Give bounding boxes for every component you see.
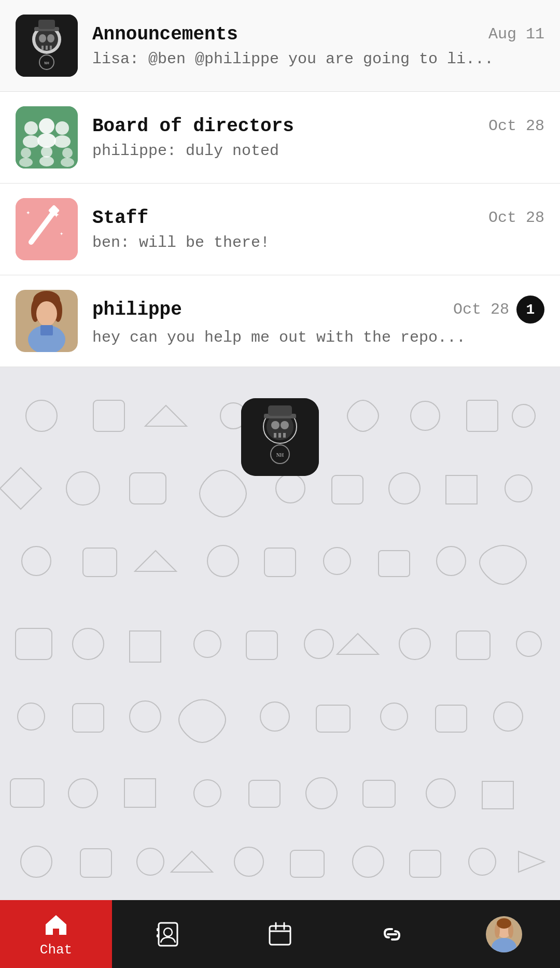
svg-point-78 xyxy=(194,780,221,807)
chat-item-announcements[interactable]: NH Announcements Aug 11 lisa: @ben @phil… xyxy=(0,0,560,92)
svg-point-19 xyxy=(54,135,71,148)
nav-item-contacts[interactable] xyxy=(112,900,224,968)
svg-point-4 xyxy=(47,34,54,43)
svg-point-14 xyxy=(24,121,38,135)
svg-point-18 xyxy=(55,121,69,135)
svg-rect-10 xyxy=(38,20,55,29)
svg-rect-101 xyxy=(268,405,292,416)
svg-point-47 xyxy=(66,472,100,505)
nav-item-profile[interactable] xyxy=(448,900,560,968)
nav-item-chat[interactable]: Chat xyxy=(0,900,112,968)
chat-name-staff: Staff xyxy=(92,207,148,229)
chat-preview-philippe: hey can you help me out with the repo... xyxy=(92,329,544,346)
bottom-nav: Chat xyxy=(0,900,560,968)
chat-info-philippe: philippe Oct 28 1 hey can you help me ou… xyxy=(92,296,544,346)
svg-rect-8 xyxy=(50,46,52,50)
svg-point-40 xyxy=(26,400,57,431)
svg-rect-48 xyxy=(130,473,166,504)
home-icon xyxy=(43,911,69,938)
svg-rect-56 xyxy=(264,548,296,577)
svg-rect-41 xyxy=(93,400,124,431)
chat-name-philippe: philippe xyxy=(92,299,182,320)
svg-rect-39 xyxy=(40,325,53,335)
svg-text:NH: NH xyxy=(276,452,284,458)
svg-point-85 xyxy=(137,848,164,875)
svg-rect-63 xyxy=(246,631,277,660)
svg-point-83 xyxy=(21,846,52,877)
svg-point-37 xyxy=(36,301,57,326)
chat-item-board[interactable]: Board of directors Oct 28 philippe: duly… xyxy=(0,92,560,184)
svg-rect-54 xyxy=(83,548,117,577)
svg-point-67 xyxy=(516,632,541,656)
svg-point-59 xyxy=(437,546,466,576)
svg-rect-72 xyxy=(316,705,350,732)
svg-rect-107 xyxy=(157,934,159,937)
svg-rect-108 xyxy=(270,926,290,945)
svg-point-71 xyxy=(260,702,289,731)
svg-point-22 xyxy=(41,146,52,158)
svg-point-94 xyxy=(271,421,279,429)
svg-point-46 xyxy=(512,404,535,427)
svg-rect-84 xyxy=(80,849,111,877)
svg-point-77 xyxy=(68,779,97,808)
svg-point-86 xyxy=(234,847,263,876)
svg-point-44 xyxy=(411,401,440,430)
avatar-philippe xyxy=(16,290,78,352)
svg-point-57 xyxy=(324,548,351,574)
unread-badge-philippe: 1 xyxy=(516,296,544,324)
chat-preview-board: philippe: duly noted xyxy=(92,142,544,160)
svg-point-23 xyxy=(39,156,54,166)
nav-item-calendar[interactable] xyxy=(224,900,336,968)
chat-item-philippe[interactable]: philippe Oct 28 1 hey can you help me ou… xyxy=(0,275,560,367)
link-icon xyxy=(379,921,405,948)
svg-point-16 xyxy=(39,118,54,134)
avatar-announcements: NH xyxy=(16,15,78,77)
svg-rect-106 xyxy=(157,928,159,931)
svg-point-118 xyxy=(497,918,511,929)
nav-item-link[interactable] xyxy=(336,900,448,968)
svg-rect-7 xyxy=(46,46,48,50)
svg-point-15 xyxy=(23,135,39,148)
svg-text:✦: ✦ xyxy=(26,208,31,217)
svg-point-51 xyxy=(389,473,420,504)
chat-date-board: Oct 28 xyxy=(488,117,544,135)
svg-rect-50 xyxy=(332,475,363,504)
svg-rect-74 xyxy=(436,705,467,732)
chat-date-announcements: Aug 11 xyxy=(488,25,544,43)
svg-point-61 xyxy=(73,628,104,660)
svg-point-21 xyxy=(19,158,33,167)
svg-point-68 xyxy=(18,703,45,730)
svg-point-65 xyxy=(399,628,430,660)
chat-info-announcements: Announcements Aug 11 lisa: @ben @philipp… xyxy=(92,24,544,68)
svg-point-70 xyxy=(130,701,161,732)
avatar-board xyxy=(16,106,78,169)
svg-rect-79 xyxy=(249,780,280,807)
svg-point-62 xyxy=(194,630,221,657)
svg-point-24 xyxy=(62,148,73,158)
svg-point-88 xyxy=(353,846,384,877)
svg-point-20 xyxy=(21,148,31,158)
contacts-icon xyxy=(155,921,181,948)
svg-point-55 xyxy=(207,545,239,577)
svg-point-105 xyxy=(164,928,172,936)
svg-point-3 xyxy=(39,34,46,43)
svg-rect-26 xyxy=(16,198,78,260)
svg-point-64 xyxy=(304,629,333,658)
svg-text:✦: ✦ xyxy=(60,230,63,237)
badge-wrapper-philippe: Oct 28 1 xyxy=(453,296,544,324)
svg-point-25 xyxy=(61,158,74,167)
svg-text:NH: NH xyxy=(44,61,49,65)
chat-item-staff[interactable]: ✦ ✦ ✦ Staff Oct 28 ben: will be there! xyxy=(0,184,560,275)
chat-preview-announcements: lisa: @ben @philippe you are going to li… xyxy=(92,50,544,68)
center-logo: NH xyxy=(241,398,319,476)
svg-rect-45 xyxy=(467,400,498,431)
svg-point-73 xyxy=(381,703,408,730)
svg-point-95 xyxy=(281,421,289,429)
svg-rect-99 xyxy=(283,433,286,438)
chat-date-philippe: Oct 28 xyxy=(453,301,509,318)
chat-preview-staff: ben: will be there! xyxy=(92,234,544,251)
background-area: NH xyxy=(0,367,560,900)
svg-rect-81 xyxy=(363,780,395,807)
svg-point-53 xyxy=(22,546,51,576)
svg-rect-66 xyxy=(456,631,490,660)
